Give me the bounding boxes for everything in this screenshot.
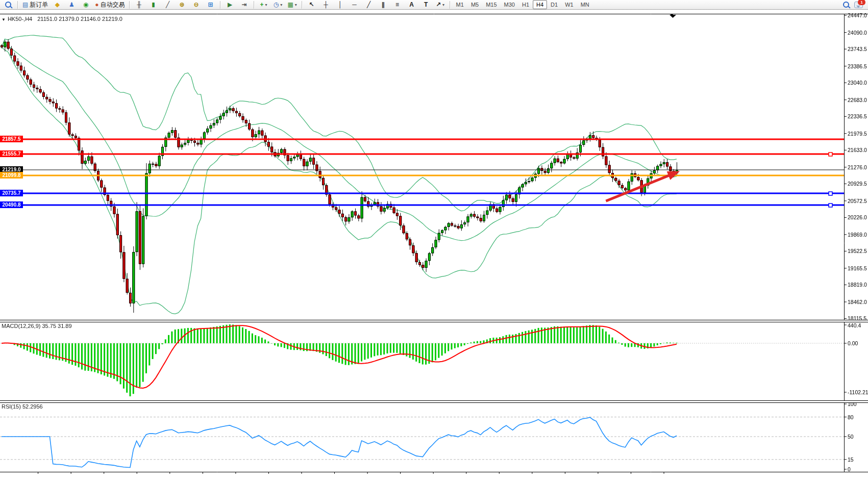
autotrading-button-label: 自动交易: [101, 1, 125, 9]
price-axis-tick: 21276.0: [848, 164, 867, 170]
price-axis-tick: 24447.0: [848, 12, 867, 18]
price-axis-tick: 20929.5: [848, 181, 867, 187]
price-level-flag[interactable]: 21857.5: [0, 136, 23, 142]
text-label-button-glyph: T: [424, 1, 428, 9]
chat-icon[interactable]: 1: [854, 2, 863, 8]
new-order-button-glyph: ▤: [22, 1, 28, 9]
price-level-flag[interactable]: 20735.7: [0, 190, 23, 196]
arrows-button-glyph: ↗: [436, 1, 441, 9]
vertical-line-button[interactable]: │: [333, 0, 348, 10]
quick-search-icon[interactable]: [1, 0, 15, 10]
zoom-in-button[interactable]: ⊕: [175, 0, 189, 10]
rsi-indicator-label: RSI(15) 52.2956: [2, 403, 43, 410]
price-axis-tick: 22683.0: [848, 97, 867, 103]
bars-chart-button-glyph: ╫: [137, 1, 141, 9]
toolbar-separator: [17, 1, 18, 9]
fibonacci-button-glyph: ≡: [395, 1, 399, 9]
bars-chart-button[interactable]: ╫: [132, 0, 146, 10]
line-chart-button[interactable]: ╱: [161, 0, 175, 10]
toolbar-groups: ▤新订单◆♟◉●自动交易╫▮╱⊕⊖⊞▶⇥+▾◷▾▦▾↖┼│─╱∥≡AT↗▾: [1, 0, 448, 10]
tile-windows-button[interactable]: ⊞: [204, 0, 218, 10]
candles-chart-button-glyph: ▮: [152, 1, 155, 9]
line-chart-button-glyph: ╱: [166, 1, 169, 9]
price-level-flag[interactable]: 21555.7: [0, 150, 23, 157]
chart-shift-button[interactable]: ⇥: [237, 0, 252, 10]
timeframe-button-m15[interactable]: M15: [482, 0, 500, 9]
chart-shift-button-glyph: ⇥: [242, 1, 247, 9]
periods-button[interactable]: ◷▾: [271, 0, 285, 10]
toolbar-separator: [254, 1, 255, 9]
text-button[interactable]: A: [405, 0, 419, 10]
price-axis-tick: 23743.5: [848, 46, 867, 52]
dropdown-caret-icon: ▾: [295, 1, 297, 9]
timeframe-button-m30[interactable]: M30: [501, 0, 518, 9]
panel-splitter-macd[interactable]: [0, 320, 868, 322]
price-axis-tick: 21633.0: [848, 147, 867, 153]
timeframe-button-w1[interactable]: W1: [561, 0, 577, 9]
ohlc-values-label: 21151.0 21379.0 21146.0 21219.0: [37, 16, 122, 22]
channel-button-glyph: ∥: [382, 1, 385, 9]
tile-windows-button-glyph: ⊞: [208, 1, 213, 9]
autoscroll-button[interactable]: ▶: [223, 0, 237, 10]
cursor-button[interactable]: ↖: [305, 0, 319, 10]
rsi-axis-tick: 0: [848, 466, 851, 472]
price-axis-tick: 23386.5: [848, 63, 867, 69]
text-button-glyph: A: [409, 1, 414, 9]
macd-axis-max: 440.4: [848, 322, 861, 328]
fibonacci-button[interactable]: ≡: [390, 0, 405, 10]
rsi-axis-tick: 15: [848, 456, 854, 463]
crosshair-button-glyph: ┼: [324, 1, 328, 9]
timeframe-button-h1[interactable]: H1: [518, 0, 533, 9]
horizontal-line-button-glyph: ─: [352, 1, 357, 9]
timeframe-button-h4[interactable]: H4: [533, 0, 547, 9]
timeframe-button-m1[interactable]: M1: [453, 0, 467, 9]
dropdown-caret-icon: ▾: [442, 1, 444, 9]
price-level-flag[interactable]: 20490.8: [0, 201, 23, 208]
rsi-axis-tick: 80: [848, 414, 854, 420]
account-icon-button-glyph: ♟: [69, 1, 75, 9]
quick-search-icon: [5, 2, 11, 8]
autoscroll-button-glyph: ▶: [228, 1, 232, 9]
toolbar-separator: [220, 1, 221, 9]
periods-button-glyph: ◷: [274, 1, 279, 9]
new-order-button[interactable]: ▤新订单: [20, 0, 50, 10]
trading-terminal-window: ▤新订单◆♟◉●自动交易╫▮╱⊕⊖⊞▶⇥+▾◷▾▦▾↖┼│─╱∥≡AT↗▾ M1…: [0, 0, 868, 482]
crosshair-button[interactable]: ┼: [319, 0, 333, 10]
panel-splitter-rsi[interactable]: [0, 400, 868, 403]
price-axis-tick: 22336.5: [848, 113, 867, 119]
trendline-button[interactable]: ╱: [362, 0, 376, 10]
indicators-button[interactable]: +▾: [257, 0, 271, 10]
dropdown-caret-icon: ▾: [280, 1, 282, 9]
arrows-button[interactable]: ↗▾: [433, 0, 448, 10]
text-label-button[interactable]: T: [419, 0, 433, 10]
main-toolbar: ▤新订单◆♟◉●自动交易╫▮╱⊕⊖⊞▶⇥+▾◷▾▦▾↖┼│─╱∥≡AT↗▾ M1…: [0, 0, 868, 10]
price-level-flag[interactable]: 21099.8: [0, 172, 23, 179]
timeframe-button-mn[interactable]: MN: [577, 0, 593, 9]
horizontal-line-button[interactable]: ─: [348, 0, 362, 10]
deposit-icon-button-glyph: ◆: [55, 1, 60, 9]
price-axis-tick: 19869.0: [848, 232, 867, 238]
notification-badge: 1: [858, 0, 865, 5]
signal-icon-button[interactable]: ◉: [79, 0, 93, 10]
cursor-button-glyph: ↖: [309, 1, 314, 9]
chart-canvas[interactable]: [0, 0, 868, 482]
zoom-out-button[interactable]: ⊖: [189, 0, 204, 10]
macd-axis-min: -1102.21: [848, 389, 868, 395]
autotrading-button-glyph: ●: [95, 1, 98, 9]
autotrading-button[interactable]: ●自动交易: [93, 0, 127, 10]
search-icon[interactable]: [843, 2, 849, 8]
chart-shift-marker-icon[interactable]: ▼: [669, 13, 674, 18]
deposit-icon-button[interactable]: ◆: [50, 0, 64, 10]
channel-button[interactable]: ∥: [376, 0, 390, 10]
dropdown-caret-icon: ▾: [265, 1, 267, 9]
toolbar-separator: [450, 1, 451, 9]
timeframe-button-m5[interactable]: M5: [467, 0, 482, 9]
timeframe-toolbar: M1M5M15M30H1H4D1W1MN: [453, 0, 593, 9]
price-axis-tick: 20226.0: [848, 214, 867, 220]
candles-chart-button[interactable]: ▮: [146, 0, 161, 10]
account-icon-button[interactable]: ♟: [64, 0, 79, 10]
collapse-triangle-icon[interactable]: ▼: [2, 17, 6, 22]
price-axis-tick: 18819.0: [848, 282, 867, 288]
templates-button[interactable]: ▦▾: [285, 0, 300, 10]
timeframe-button-d1[interactable]: D1: [547, 0, 561, 9]
